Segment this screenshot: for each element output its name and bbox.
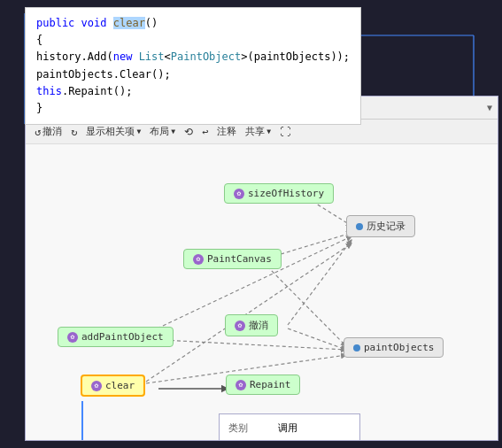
node-undo[interactable]: ✿ 撤消 — [225, 314, 278, 336]
layout-label: 布局 — [150, 125, 169, 138]
node-icon-sizeofhistory: ✿ — [234, 189, 244, 199]
show-related-label: 显示相关项 — [86, 125, 135, 138]
codemap-window: CodeMap1.dgml* ⊳ ✕ ▼ ↺ 撤消 ↻ 显示相关项 ▼ 布局 ▼… — [25, 96, 498, 441]
undo-button[interactable]: ↺ 撤消 — [31, 123, 66, 140]
fit-icon: ⛶ — [280, 126, 290, 138]
svg-line-4 — [288, 328, 346, 350]
node-clear[interactable]: ✿ clear — [81, 375, 145, 397]
node-icon-addpaintobject: ✿ — [67, 332, 78, 343]
node-label-history: 历史记录 — [367, 220, 405, 233]
code-line5: this.Repaint(); — [36, 83, 350, 100]
tooltip-label-source: 源节点 — [228, 437, 267, 440]
node-label-paintobjects: paintObjects — [364, 342, 434, 353]
redo-icon: ↻ — [71, 126, 77, 138]
comment-button[interactable]: 注释 — [213, 123, 240, 140]
node-label-clear: clear — [105, 380, 135, 391]
fit-button[interactable]: ⛶ — [276, 124, 294, 140]
refresh-icon: ⟲ — [184, 126, 193, 138]
share-arrow: ▼ — [266, 127, 271, 135]
node-paintobjects[interactable]: paintObjects — [344, 337, 444, 358]
undo-icon: ↺ — [35, 126, 41, 138]
code-keyword2: void — [81, 17, 107, 29]
code-brace-close: } — [36, 100, 350, 117]
window-chevron[interactable]: ▼ — [487, 103, 492, 112]
comment-label: 注释 — [217, 125, 236, 138]
code-method: clear — [113, 17, 145, 29]
tooltip-popup: 类别 调用 源节点 clear 目标节点 Repaint — [219, 413, 360, 440]
show-related-button[interactable]: 显示相关项 ▼ — [82, 123, 144, 140]
share-button[interactable]: 共享 ▼ — [242, 123, 274, 140]
node-history[interactable]: 历史记录 — [346, 215, 415, 237]
node-label-paintcanvas: PaintCanvas — [207, 253, 272, 265]
node-sizeofhistory[interactable]: ✿ sizeOfHistory — [224, 183, 334, 204]
node-icon-repaint: ✿ — [236, 380, 246, 390]
back-icon: ↩ — [202, 126, 208, 138]
code-line3: history.Add(new List<PaintObject>(paintO… — [36, 49, 350, 66]
tooltip-row-type: 类别 调用 — [228, 420, 351, 437]
svg-line-3 — [288, 240, 351, 325]
share-label: 共享 — [245, 125, 265, 138]
node-label-repaint: Repaint — [250, 379, 290, 390]
node-icon-clear: ✿ — [91, 381, 102, 391]
code-keyword: public — [36, 17, 74, 29]
node-paintcanvas[interactable]: ✿ PaintCanvas — [183, 249, 282, 269]
node-icon-paintcanvas: ✿ — [193, 254, 204, 265]
map-canvas: ✿ sizeOfHistory 历史记录 ✿ PaintCanvas ✿ 撤消 … — [26, 144, 498, 440]
node-label-undo: 撤消 — [249, 319, 268, 332]
code-brace-open: { — [36, 32, 350, 49]
back-button[interactable]: ↩ — [198, 124, 212, 140]
node-label-sizeofhistory: sizeOfHistory — [248, 188, 324, 199]
redo-button[interactable]: ↻ — [67, 124, 81, 140]
tooltip-value-type: 调用 — [278, 420, 297, 437]
node-bullet-paintobjects — [353, 344, 360, 351]
node-repaint[interactable]: ✿ Repaint — [226, 375, 300, 395]
node-label-addpaintobject: addPaintObject — [81, 331, 164, 343]
node-icon-undo: ✿ — [235, 321, 245, 331]
refresh-button[interactable]: ⟲ — [181, 124, 197, 140]
layout-button[interactable]: 布局 ▼ — [146, 123, 179, 140]
tooltip-label-type: 类别 — [228, 420, 267, 437]
undo-label: 撤消 — [42, 125, 62, 138]
tooltip-value-source: clear — [278, 437, 307, 440]
svg-line-5 — [146, 339, 346, 350]
layout-arrow: ▼ — [171, 127, 175, 135]
code-line4: paintObjects.Clear(); — [36, 66, 350, 83]
node-addpaintobject[interactable]: ✿ addPaintObject — [58, 327, 174, 347]
code-snippet: public void clear() { history.Add(new Li… — [25, 7, 361, 125]
show-related-arrow: ▼ — [136, 127, 141, 135]
tooltip-row-source: 源节点 clear — [228, 437, 351, 440]
node-bullet-history — [356, 223, 363, 230]
